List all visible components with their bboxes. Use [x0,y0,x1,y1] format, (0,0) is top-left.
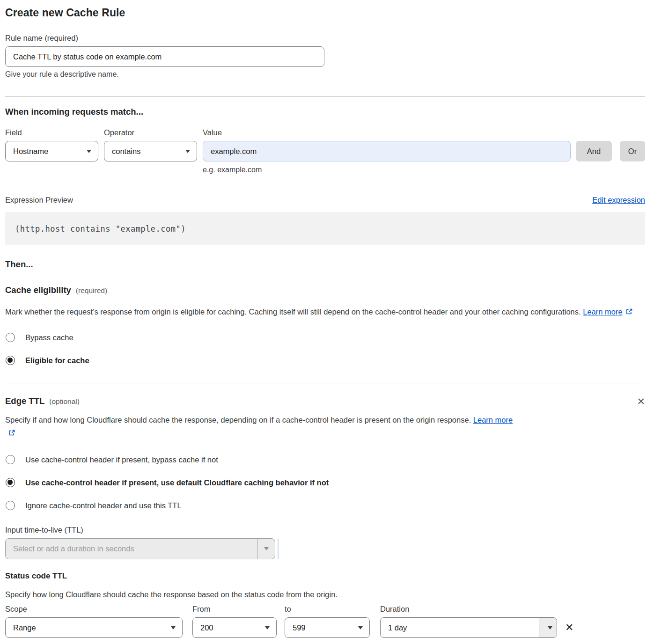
value-label: Value [203,128,645,137]
radio-unselected-icon[interactable] [6,501,15,510]
duration-label: Duration [380,605,557,614]
edge-ttl-learn-more-link[interactable]: Learn more [473,416,513,424]
radio-selected-icon[interactable] [6,356,15,365]
edge-ttl-option-ignore[interactable]: Ignore cache-control header and use this… [5,501,645,510]
create-cache-rule-form: Create new Cache Rule Rule name (require… [0,0,661,638]
chevron-down-icon [265,626,270,629]
ttl-input-label: Input time-to-live (TTL) [5,526,645,534]
chevron-down-icon[interactable] [257,539,275,559]
operator-select[interactable]: contains [104,141,197,161]
edge-ttl-option-default[interactable]: Use cache-control header if present, use… [5,478,645,487]
duration-select-value: 1 day [381,618,539,637]
external-link-icon [8,427,15,440]
from-select-value: 200 [200,623,213,632]
cache-eligibility-description: Mark whether the request’s response from… [5,305,645,319]
operator-label: Operator [104,128,197,137]
radio-unselected-icon[interactable] [6,455,15,464]
edge-ttl-optional: (optional) [49,397,80,406]
match-condition-row: Hostname contains And Or [5,141,645,161]
status-code-ttl-row: Range 200 599 1 day ✕ [5,617,645,638]
scope-select-value: Range [13,623,36,632]
status-code-ttl-heading: Status code TTL [5,571,645,581]
expression-code-block: (http.host contains "example.com") [5,212,645,245]
ttl-duration-placeholder: Select or add a duration in seconds [6,539,257,559]
text-cursor-artifact [278,539,279,559]
edge-ttl-option-bypass-label: Use cache-control header if present, byp… [25,455,218,464]
value-hint: e.g. example.com [5,166,645,174]
from-select[interactable]: 200 [192,617,277,638]
edge-ttl-heading: Edge TTL [5,396,44,406]
section-divider [5,96,645,97]
to-label: to [285,605,370,614]
section-divider [5,383,645,383]
rule-name-help: Give your rule a descriptive name. [5,70,645,79]
status-code-labels-row: Scope From to Duration [5,605,645,614]
operator-select-value: contains [112,147,140,156]
to-select[interactable]: 599 [285,617,370,638]
match-heading: When incoming requests match... [5,107,645,117]
bypass-cache-label: Bypass cache [25,333,73,342]
eligible-for-cache-label: Eligible for cache [25,356,89,365]
expression-code: (http.host contains "example.com") [15,224,186,234]
edge-ttl-heading-row: Edge TTL (optional) ✕ [5,396,645,406]
edit-expression-link[interactable]: Edit expression [592,196,645,205]
radio-unselected-icon[interactable] [6,333,15,342]
cache-eligibility-description-text: Mark whether the request’s response from… [5,307,581,316]
scope-select[interactable]: Range [5,617,183,638]
chevron-down-icon [87,150,91,153]
cache-eligibility-heading-row: Cache eligibility (required) [5,285,645,295]
chevron-down-icon[interactable] [539,618,557,637]
cache-eligibility-heading: Cache eligibility [5,285,71,295]
chevron-down-icon [171,626,176,629]
or-button[interactable]: Or [620,141,645,161]
then-heading: Then... [5,259,645,270]
ttl-duration-select[interactable]: Select or add a duration in seconds [5,538,275,559]
field-label: Field [5,128,98,137]
expression-preview-label: Expression Preview [5,196,73,205]
and-button[interactable]: And [576,141,612,161]
chevron-down-icon [358,626,363,629]
cache-eligibility-required: (required) [76,286,107,295]
to-select-value: 599 [293,623,306,632]
rule-name-label: Rule name (required) [5,34,645,43]
field-select-value: Hostname [13,147,48,156]
scope-label: Scope [5,605,183,614]
edge-ttl-description: Specify if and how long Cloudflare shoul… [5,413,520,440]
from-label: From [192,605,277,614]
external-link-icon [625,306,633,319]
edge-ttl-description-text: Specify if and how long Cloudflare shoul… [5,416,471,424]
page-title: Create new Cache Rule [5,7,645,19]
bypass-cache-option[interactable]: Bypass cache [5,333,645,342]
close-icon[interactable]: ✕ [637,396,645,406]
edge-ttl-option-bypass[interactable]: Use cache-control header if present, byp… [5,455,645,464]
match-labels-row: Field Operator Value [5,128,645,137]
eligible-for-cache-option[interactable]: Eligible for cache [5,356,645,365]
value-input[interactable] [203,141,571,161]
cache-eligibility-learn-more-link[interactable]: Learn more [583,307,622,316]
remove-row-icon[interactable]: ✕ [565,622,573,634]
rule-name-input[interactable] [5,46,324,67]
chevron-down-icon [185,150,190,153]
edge-ttl-option-ignore-label: Ignore cache-control header and use this… [25,501,182,510]
status-code-ttl-description: Specify how long Cloudflare should cache… [5,590,645,599]
field-select[interactable]: Hostname [5,141,98,161]
edge-ttl-option-default-label: Use cache-control header if present, use… [25,478,329,487]
radio-selected-icon[interactable] [6,478,15,487]
duration-select[interactable]: 1 day [380,617,557,638]
